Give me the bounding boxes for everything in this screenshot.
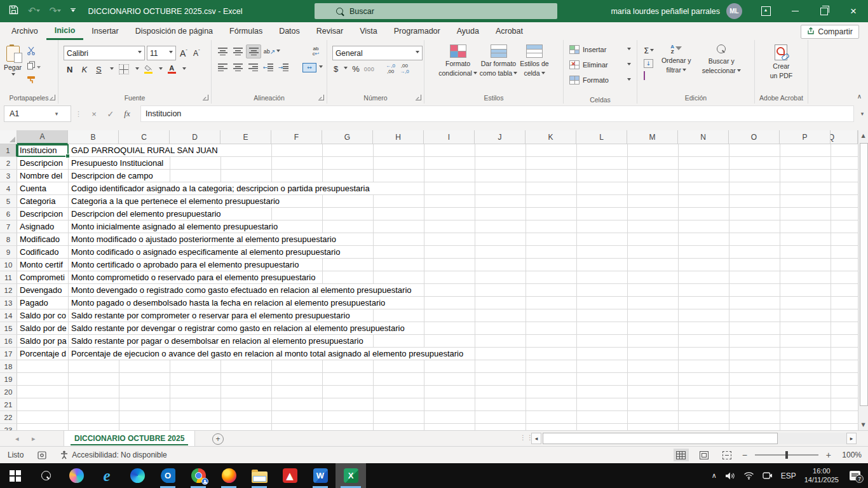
- cell-A23[interactable]: [17, 424, 69, 430]
- currency-icon[interactable]: $: [334, 64, 338, 74]
- cell-A11[interactable]: Comprometi: [17, 271, 69, 284]
- enter-icon[interactable]: ✓: [102, 109, 119, 119]
- column-header-D[interactable]: D: [170, 130, 220, 144]
- start-button[interactable]: [0, 463, 31, 488]
- ribbon-tab-ayuda[interactable]: Ayuda: [449, 22, 487, 40]
- word-button[interactable]: W: [305, 463, 336, 488]
- cell-B11[interactable]: Monto comprometido o reservado para el e…: [69, 271, 858, 284]
- scroll-up-icon[interactable]: ▲: [858, 130, 868, 141]
- row-header-1[interactable]: 1: [0, 144, 17, 157]
- row-header-10[interactable]: 10: [0, 259, 17, 271]
- cell-A7[interactable]: Asignado: [17, 220, 69, 233]
- zoom-in-icon[interactable]: +: [826, 450, 831, 460]
- cell-B10[interactable]: Monto certificado o aprobado para el ele…: [69, 259, 858, 271]
- align-right-icon[interactable]: [246, 61, 260, 74]
- cell-B13[interactable]: Monto pagado o desembolsado hasta la fec…: [69, 297, 858, 309]
- ribbon-tab-inicio[interactable]: Inicio: [46, 22, 84, 40]
- minimize-button[interactable]: [780, 0, 810, 22]
- column-header-H[interactable]: H: [373, 130, 424, 144]
- select-all-corner[interactable]: [0, 130, 17, 144]
- column-header-G[interactable]: G: [322, 130, 373, 144]
- clear-icon[interactable]: [644, 72, 654, 79]
- bold-button[interactable]: N: [65, 65, 74, 74]
- cell-B23[interactable]: [69, 424, 858, 430]
- align-top-icon[interactable]: [215, 45, 229, 58]
- cell-A15[interactable]: Saldo por de: [17, 322, 69, 335]
- row-header-13[interactable]: 13: [0, 297, 17, 309]
- acrobat-button[interactable]: ▲: [275, 463, 305, 488]
- row-header-3[interactable]: 3: [0, 170, 17, 182]
- row-header-9[interactable]: 9: [0, 246, 17, 259]
- increase-decimal-icon[interactable]: ←,0,00: [386, 64, 395, 74]
- macro-record-icon[interactable]: [37, 451, 46, 459]
- ribbon-tab-revisar[interactable]: Revisar: [308, 22, 351, 40]
- taskbar-search-button[interactable]: [31, 463, 61, 488]
- cell-B12[interactable]: Monto devengado o registrado como gasto …: [69, 284, 858, 297]
- meet-now-icon[interactable]: [763, 471, 773, 480]
- cell-B8[interactable]: Monto modificado o ajustado posteriormen…: [69, 233, 858, 246]
- column-header-P[interactable]: P: [780, 130, 831, 144]
- cell-A5[interactable]: Categoria: [17, 195, 69, 208]
- cell-B2[interactable]: Presupuesto Institucional: [69, 157, 858, 170]
- file-explorer-button[interactable]: [244, 463, 275, 488]
- cut-icon[interactable]: [27, 46, 41, 57]
- column-header-N[interactable]: N: [678, 130, 729, 144]
- insert-cells-button[interactable]: Insertar: [564, 42, 637, 57]
- clipboard-dialog-launcher[interactable]: [50, 95, 55, 100]
- number-format-select[interactable]: General: [332, 46, 423, 60]
- decrease-font-icon[interactable]: Aˇ: [191, 48, 202, 58]
- wifi-icon[interactable]: [743, 471, 754, 480]
- cell-B19[interactable]: [69, 373, 858, 386]
- align-center-icon[interactable]: [231, 61, 245, 74]
- zoom-slider-thumb[interactable]: [785, 451, 788, 459]
- cell-A4[interactable]: Cuenta: [17, 182, 69, 195]
- column-header-O[interactable]: O: [729, 130, 780, 144]
- ribbon-display-options-button[interactable]: ▴: [751, 0, 780, 22]
- column-header-C[interactable]: C: [119, 130, 170, 144]
- horizontal-scrollbar[interactable]: [543, 433, 846, 444]
- ribbon-tab-datos[interactable]: Datos: [271, 22, 308, 40]
- cell-B6[interactable]: Descripcion del elemento presupuestario: [69, 208, 858, 220]
- row-header-20[interactable]: 20: [0, 386, 17, 398]
- column-header-B[interactable]: B: [68, 130, 119, 144]
- expand-formula-bar-icon[interactable]: ▾: [857, 111, 868, 117]
- cell-A12[interactable]: Devengado: [17, 284, 69, 297]
- fill-color-icon[interactable]: [144, 65, 153, 74]
- cell-B21[interactable]: [69, 398, 858, 411]
- thousands-icon[interactable]: 000: [364, 66, 375, 72]
- edge-button[interactable]: [122, 463, 153, 488]
- insert-function-icon[interactable]: fx: [119, 109, 135, 119]
- fill-icon[interactable]: ↓: [644, 59, 653, 68]
- align-bottom-icon[interactable]: [246, 44, 261, 58]
- row-header-15[interactable]: 15: [0, 322, 17, 335]
- row-header-18[interactable]: 18: [0, 360, 17, 373]
- name-box[interactable]: A1 ▾: [4, 105, 71, 122]
- align-left-icon[interactable]: [215, 61, 229, 74]
- collapse-ribbon-icon[interactable]: ∧: [857, 93, 862, 100]
- row-header-23[interactable]: 23: [0, 424, 17, 430]
- firefox-button[interactable]: [214, 463, 244, 488]
- vertical-scrollbar[interactable]: ▲ ▼: [858, 130, 868, 430]
- chrome-button[interactable]: [183, 463, 214, 488]
- row-header-5[interactable]: 5: [0, 195, 17, 208]
- row-header-14[interactable]: 14: [0, 309, 17, 322]
- share-button[interactable]: Compartir: [801, 25, 859, 39]
- format-cells-button[interactable]: Formato: [564, 72, 637, 88]
- cell-A6[interactable]: Descripcion: [17, 208, 69, 220]
- ribbon-tab-programador[interactable]: Programador: [386, 22, 449, 40]
- volume-icon[interactable]: [725, 471, 735, 480]
- scroll-right-icon[interactable]: ▸: [846, 433, 857, 444]
- number-dialog-launcher[interactable]: [416, 95, 421, 100]
- font-dialog-launcher[interactable]: [203, 95, 208, 100]
- cell-B17[interactable]: Porcentaje de ejecucion o avance del gas…: [69, 348, 858, 360]
- internet-explorer-button[interactable]: e: [92, 463, 122, 488]
- cell-A2[interactable]: Descripcion: [17, 157, 69, 170]
- zoom-level[interactable]: 100%: [839, 451, 862, 459]
- sheet-grid[interactable]: 1InstitucionGAD PARROQUIAL RURAL SAN JUA…: [0, 144, 858, 430]
- cell-B20[interactable]: [69, 386, 858, 398]
- cell-A13[interactable]: Pagado: [17, 297, 69, 309]
- column-header-F[interactable]: F: [271, 130, 322, 144]
- column-header-I[interactable]: I: [424, 130, 475, 144]
- column-header-K[interactable]: K: [526, 130, 576, 144]
- ribbon-tab-acrobat[interactable]: Acrobat: [487, 22, 531, 40]
